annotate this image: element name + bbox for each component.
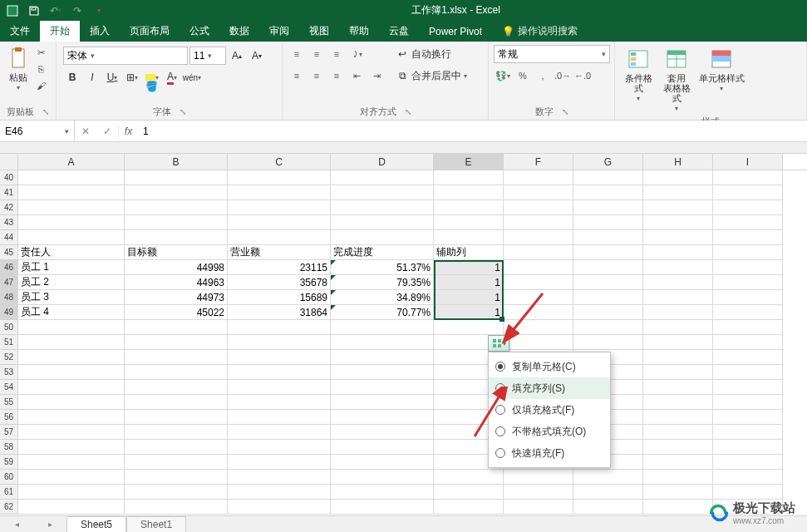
cell[interactable]: 1	[434, 305, 504, 320]
cell[interactable]	[331, 485, 434, 500]
autofill-copy-cells[interactable]: 复制单元格(C)	[489, 356, 610, 377]
cell[interactable]	[643, 185, 713, 200]
merge-center-button[interactable]: ⧉合并后居中▾	[392, 66, 470, 85]
cell[interactable]	[125, 185, 228, 200]
row-header[interactable]: 42	[0, 200, 18, 215]
row-header[interactable]: 49	[0, 305, 18, 320]
accounting-format-icon[interactable]: 💱▾	[494, 66, 512, 85]
excel-app-icon[interactable]	[3, 2, 22, 20]
row-header[interactable]: 44	[0, 230, 18, 245]
percent-format-icon[interactable]: %	[514, 66, 532, 85]
cell[interactable]	[331, 170, 434, 185]
cell[interactable]	[331, 410, 434, 425]
number-format-combo[interactable]: 常规▾	[494, 45, 610, 63]
cell[interactable]	[228, 455, 331, 470]
cell[interactable]	[504, 215, 573, 230]
row-header[interactable]: 62	[0, 500, 18, 515]
cell[interactable]	[125, 335, 228, 350]
cell[interactable]: 15689	[228, 290, 331, 305]
cell[interactable]: 44963	[125, 275, 228, 290]
cell[interactable]: 1	[434, 275, 504, 290]
cell[interactable]	[18, 365, 125, 380]
cell[interactable]	[18, 350, 125, 365]
row-header[interactable]: 51	[0, 335, 18, 350]
row-header[interactable]: 60	[0, 470, 18, 485]
cell[interactable]: 目标额	[125, 245, 228, 260]
cell[interactable]	[331, 365, 434, 380]
cell[interactable]	[713, 365, 783, 380]
cell[interactable]: 44973	[125, 290, 228, 305]
row-header[interactable]: 43	[0, 215, 18, 230]
cell[interactable]	[504, 185, 573, 200]
alignment-launcher-icon[interactable]: ⤡	[405, 107, 411, 116]
cell[interactable]	[713, 425, 783, 440]
cell[interactable]	[434, 485, 504, 500]
cell[interactable]	[713, 485, 783, 500]
row-header[interactable]: 48	[0, 290, 18, 305]
cell[interactable]	[331, 320, 434, 335]
cell[interactable]	[573, 290, 643, 305]
undo-icon[interactable]: ↶▾	[47, 2, 65, 20]
cell[interactable]	[125, 395, 228, 410]
cell[interactable]	[228, 470, 331, 485]
cell[interactable]	[434, 320, 504, 335]
cell[interactable]	[18, 395, 125, 410]
row-header[interactable]: 53	[0, 365, 18, 380]
formula-input[interactable]	[138, 121, 807, 141]
cell[interactable]	[18, 320, 125, 335]
cell[interactable]	[643, 500, 713, 515]
cell[interactable]: 45022	[125, 305, 228, 320]
cell[interactable]	[713, 260, 783, 275]
orientation-icon[interactable]: ⤸▾	[347, 45, 366, 63]
cell[interactable]	[643, 245, 713, 260]
cell[interactable]: 员工 1	[18, 260, 125, 275]
row-header[interactable]: 54	[0, 380, 18, 395]
col-header-G[interactable]: G	[573, 154, 643, 170]
autofill-fill-without-format[interactable]: 不带格式填充(O)	[489, 421, 610, 442]
format-painter-icon[interactable]: 🖌	[33, 78, 48, 93]
row-header[interactable]: 45	[0, 245, 18, 260]
align-right-icon[interactable]: ≡	[327, 66, 346, 85]
decrease-decimal-icon[interactable]: ←.0	[573, 66, 592, 85]
cell[interactable]	[331, 230, 434, 245]
cell[interactable]	[125, 380, 228, 395]
cell[interactable]	[434, 200, 504, 215]
cell[interactable]	[331, 425, 434, 440]
col-header-A[interactable]: A	[18, 154, 125, 170]
cell[interactable]: 辅助列	[434, 245, 504, 260]
cell[interactable]	[18, 485, 125, 500]
cell[interactable]	[504, 200, 573, 215]
cell[interactable]	[228, 320, 331, 335]
cell[interactable]	[125, 230, 228, 245]
cell[interactable]	[125, 320, 228, 335]
wrap-text-button[interactable]: ↩自动换行	[392, 45, 470, 63]
select-all-corner[interactable]	[0, 154, 18, 170]
cell[interactable]	[643, 260, 713, 275]
cell[interactable]	[18, 215, 125, 230]
cell[interactable]	[125, 470, 228, 485]
tab-view[interactable]: 视图	[299, 21, 339, 42]
cell[interactable]	[331, 335, 434, 350]
spreadsheet-grid[interactable]: A B C D E F G H I 404142434445责任人目标额营业额完…	[0, 154, 807, 527]
cell[interactable]	[713, 320, 783, 335]
cell[interactable]	[643, 215, 713, 230]
cell[interactable]	[573, 215, 643, 230]
tab-formulas[interactable]: 公式	[180, 21, 219, 42]
col-header-I[interactable]: I	[713, 154, 783, 170]
tab-insert[interactable]: 插入	[80, 21, 120, 42]
cancel-formula-icon[interactable]: ✕	[75, 121, 96, 141]
cell[interactable]	[228, 185, 331, 200]
cell[interactable]	[643, 230, 713, 245]
cell[interactable]	[573, 500, 643, 515]
redo-icon[interactable]: ↷	[68, 2, 86, 20]
tab-file[interactable]: 文件	[0, 21, 40, 42]
cell[interactable]	[125, 500, 228, 515]
tab-page-layout[interactable]: 页面布局	[120, 21, 180, 42]
cell[interactable]: 35678	[228, 275, 331, 290]
cell[interactable]	[125, 425, 228, 440]
cell[interactable]	[713, 380, 783, 395]
cell[interactable]	[643, 170, 713, 185]
cell[interactable]	[331, 350, 434, 365]
copy-icon[interactable]: ⎘	[33, 62, 48, 76]
cell[interactable]	[643, 365, 713, 380]
